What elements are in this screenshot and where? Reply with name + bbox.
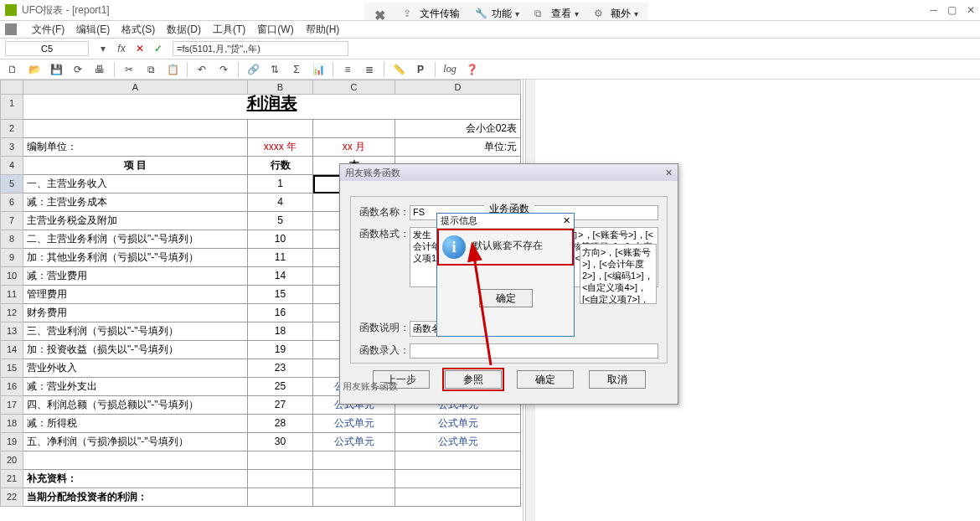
chart-button[interactable]: 📊 [311,62,326,77]
formula-cell[interactable]: 公式单元 [313,433,395,451]
row-header[interactable]: 18 [0,415,23,433]
cell[interactable]: 四、利润总额（亏损总额以"-"号填列） [23,396,248,415]
cell[interactable]: 主营业务税金及附加 [23,212,248,230]
row-header[interactable]: 10 [0,267,23,286]
cell[interactable] [313,451,395,470]
cell[interactable] [248,120,313,138]
func-input-value[interactable] [410,343,658,359]
sum-button[interactable]: Σ [289,62,304,77]
cell[interactable]: 23 [248,359,313,378]
help-button[interactable]: ❓ [464,62,479,77]
row-header[interactable]: 14 [0,341,23,359]
row-header[interactable]: 6 [0,193,23,212]
currency-unit[interactable]: 单位:元 [395,138,521,157]
cell[interactable]: 14 [248,267,313,286]
cell[interactable]: 27 [248,396,313,415]
ok-button[interactable]: 确定 [517,370,574,389]
window-min-button[interactable]: ─ [930,4,937,16]
cell[interactable]: 18 [248,322,313,341]
col-header-C[interactable]: C [313,80,395,95]
row-header[interactable]: 5 [0,175,23,193]
cell[interactable] [313,120,395,138]
cell[interactable]: 1 [248,175,313,193]
formula-ok-icon[interactable]: ✓ [152,43,164,54]
paste-button[interactable]: 📋 [165,62,180,77]
dividend-label[interactable]: 当期分配给投资者的利润： [23,488,248,507]
row-header[interactable]: 3 [0,138,23,157]
cell[interactable]: 11 [248,249,313,267]
cell[interactable] [248,470,313,488]
cell[interactable]: 30 [248,433,313,451]
print-button[interactable]: 🖶 [92,62,107,77]
row-header[interactable]: 2 [0,120,23,138]
year-label[interactable]: xxxx 年 [248,138,313,157]
cancel-button[interactable]: 取消 [589,370,646,389]
unit-label[interactable]: 编制单位： [23,138,248,157]
reference-button[interactable]: 参照 [445,370,502,389]
link-button[interactable]: 🔗 [245,62,260,77]
row-header[interactable]: 11 [0,286,23,304]
copy-button[interactable]: ⧉ [143,62,158,77]
row-header[interactable]: 20 [0,451,23,470]
formula-cell[interactable]: 公式单元 [313,415,395,433]
cell[interactable]: 营业外收入 [23,359,248,378]
hdr-item[interactable]: 项 目 [23,157,248,175]
row-header[interactable]: 12 [0,304,23,322]
cell[interactable]: 二、主营业务利润（亏损以"-"号填列） [23,230,248,249]
formula-input[interactable] [173,41,348,56]
corp-code[interactable]: 会小企02表 [395,120,521,138]
name-box[interactable]: C5 [5,41,89,56]
row-header[interactable]: 17 [0,396,23,415]
namebox-dropdown-icon[interactable]: ▾ [97,43,109,54]
cell[interactable] [248,451,313,470]
formula-cancel-icon[interactable]: ✕ [134,43,146,54]
cell[interactable]: 五、净利润（亏损净损以"-"号填列） [23,433,248,451]
cell[interactable]: 减：营业费用 [23,267,248,286]
cell[interactable]: 财务费用 [23,304,248,322]
row-header[interactable]: 13 [0,322,23,341]
redo-button[interactable]: ↷ [216,62,231,77]
align-left-button[interactable]: ≡ [340,62,355,77]
row-header[interactable]: 7 [0,212,23,230]
col-header-A[interactable]: A [23,80,248,95]
log-button[interactable]: log [442,62,457,77]
cell[interactable]: 减：营业外支出 [23,378,248,396]
menu-format[interactable]: 格式(S) [121,23,155,37]
message-ok-button[interactable]: 确定 [479,289,533,307]
row-header[interactable]: 16 [0,378,23,396]
cell[interactable]: 减：所得税 [23,415,248,433]
dialog-close-button[interactable]: ✕ [665,168,673,178]
col-header-D[interactable]: D [395,80,521,95]
row-header[interactable]: 4 [0,157,23,175]
new-button[interactable]: 🗋 [5,62,20,77]
cell[interactable]: 减：主营业务成本 [23,193,248,212]
open-button[interactable]: 📂 [27,62,42,77]
cell[interactable] [23,120,248,138]
menu-window[interactable]: 窗口(W) [257,23,293,37]
cut-button[interactable]: ✂ [121,62,137,77]
row-header[interactable]: 21 [0,470,23,488]
refresh-button[interactable]: ⟳ [70,62,85,77]
cell[interactable] [313,488,395,507]
ruler-button[interactable]: 📏 [391,62,406,77]
cell[interactable] [23,451,248,470]
row-header[interactable]: 9 [0,249,23,267]
cell[interactable] [313,470,395,488]
message-close-button[interactable]: ✕ [563,215,570,226]
row-header[interactable]: 19 [0,433,23,451]
align-center-button[interactable]: ≣ [362,62,377,77]
cell[interactable]: 5 [248,212,313,230]
cell[interactable]: 16 [248,304,313,322]
window-close-button[interactable]: ✕ [967,4,975,16]
cell[interactable]: 管理费用 [23,286,248,304]
hdr-line[interactable]: 行数 [248,157,313,175]
menu-tool[interactable]: 工具(T) [213,23,245,37]
row-header[interactable]: 22 [0,488,23,507]
cell[interactable]: 10 [248,230,313,249]
window-max-button[interactable]: ▢ [947,4,957,16]
cell[interactable]: 加：其他业务利润（亏损以"-"号填列） [23,249,248,267]
cell[interactable] [248,488,313,507]
save-button[interactable]: 💾 [49,62,64,77]
cell[interactable]: 一、主营业务收入 [23,175,248,193]
row-header[interactable]: 8 [0,230,23,249]
